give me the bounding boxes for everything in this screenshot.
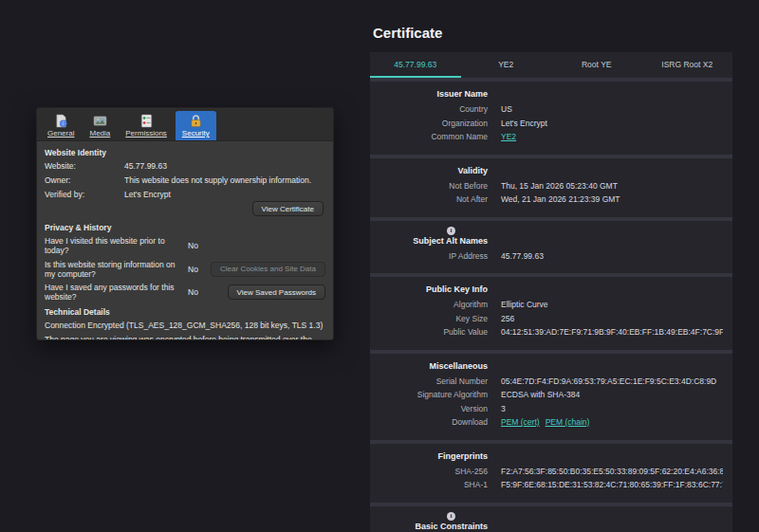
public-value-label: Public Value (370, 327, 488, 337)
cookies-question: Is this website storing information on m… (45, 260, 188, 279)
page-info-dialog: General Media Permissions Security Websi… (36, 107, 334, 340)
tab-security[interactable]: Security (176, 111, 216, 140)
website-identity-title: Website Identity (45, 148, 325, 157)
basic-constraints-heading: Basic Constraints (415, 522, 488, 531)
signature-algorithm-value: ECDSA with SHA-384 (501, 390, 723, 399)
tab-security-label: Security (182, 129, 210, 138)
organization-value: Let's Encrypt (501, 119, 723, 128)
issuer-name-heading: Issuer Name (370, 89, 488, 99)
visited-answer: No (188, 241, 231, 250)
website-label: Website: (45, 161, 124, 171)
clear-cookies-button[interactable]: Clear Cookies and Site Data (211, 262, 325, 277)
algorithm-label: Algorithm (370, 300, 488, 309)
media-image-icon (93, 114, 107, 128)
tab-permissions[interactable]: Permissions (119, 111, 174, 140)
not-after-value: Wed, 21 Jan 2026 21:23:39 GMT (501, 194, 723, 204)
tab-general[interactable]: General (41, 111, 81, 140)
owner-label: Owner: (45, 175, 124, 185)
verified-by-value: Let's Encrypt (124, 190, 171, 199)
miscellaneous-heading: Miscellaneous (370, 361, 488, 371)
sha256-value: F2:A7:56:3F:85:50:B0:35:E5:50:33:89:09:5… (501, 467, 723, 476)
key-size-value: 256 (501, 314, 723, 323)
cert-tab-leaf[interactable]: 45.77.99.63 (370, 52, 461, 78)
website-value: 45.77.99.63 (124, 161, 167, 171)
sha1-label: SHA-1 (370, 480, 488, 489)
visited-row: Have I visited this website prior to tod… (45, 236, 325, 255)
tech-line-encryption: Connection Encrypted (TLS_AES_128_GCM_SH… (45, 321, 325, 331)
section-miscellaneous: Miscellaneous Serial Number05:4E:7D:F4:F… (370, 354, 732, 440)
passwords-question: Have I saved any passwords for this webs… (45, 283, 188, 302)
verified-by-label: Verified by: (45, 190, 124, 199)
info-icon[interactable]: i (447, 227, 455, 235)
ip-address-value: 45.77.99.63 (501, 251, 723, 261)
section-issuer-name: Issuer Name CountryUS OrganizationLet's … (370, 82, 732, 155)
subject-alt-names-heading: Subject Alt Names (413, 236, 488, 246)
owner-row: Owner: This website does not supply owne… (45, 175, 325, 185)
passwords-row: Have I saved any passwords for this webs… (45, 283, 325, 302)
website-row: Website: 45.77.99.63 (45, 161, 325, 171)
cert-tab-intermediate[interactable]: YE2 (461, 52, 552, 78)
view-saved-passwords-button[interactable]: View Saved Passwords (228, 284, 325, 300)
validity-heading: Validity (370, 166, 488, 175)
privacy-history-title: Privacy & History (45, 223, 325, 232)
signature-algorithm-label: Signature Algorithm (370, 390, 488, 399)
not-after-label: Not After (370, 194, 488, 204)
key-size-label: Key Size (370, 314, 488, 323)
cert-tab-isrg-root[interactable]: ISRG Root X2 (642, 52, 733, 78)
visited-question: Have I visited this website prior to tod… (45, 236, 188, 255)
fingerprints-heading: Fingerprints (370, 451, 488, 461)
section-subject-alt-names: i Subject Alt Names IP Address45.77.99.6… (370, 221, 732, 274)
section-basic-constraints: i Basic Constraints Certificate Authorit… (370, 506, 732, 532)
pem-chain-link[interactable]: PEM (chain) (546, 417, 590, 427)
technical-details-title: Technical Details (45, 307, 325, 317)
passwords-answer: No (188, 287, 231, 297)
common-name-label: Common Name (370, 132, 488, 141)
cert-tab-root[interactable]: Root YE (551, 52, 642, 78)
lock-icon (189, 114, 203, 128)
certificate-viewer: Certificate 45.77.99.63 YE2 Root YE ISRG… (370, 0, 732, 532)
serial-number-value: 05:4E:7D:F4:FD:9A:69:53:79:A5:EC:1E:F9:5… (501, 376, 723, 386)
organization-label: Organization (370, 119, 488, 128)
ip-address-label: IP Address (370, 251, 488, 261)
page-globe-icon (54, 114, 68, 128)
tab-permissions-label: Permissions (125, 129, 167, 138)
owner-value: This website does not supply ownership i… (124, 175, 311, 185)
tab-general-label: General (47, 129, 74, 138)
public-key-info-heading: Public Key Info (370, 284, 488, 294)
not-before-value: Thu, 15 Jan 2026 05:23:40 GMT (501, 181, 723, 191)
sha256-label: SHA-256 (370, 467, 488, 476)
verified-by-row: Verified by: Let's Encrypt (45, 190, 325, 199)
tab-media[interactable]: Media (83, 111, 117, 140)
certificate-page-title: Certificate (373, 25, 732, 41)
pem-cert-link[interactable]: PEM (cert) (501, 417, 540, 427)
section-public-key-info: Public Key Info AlgorithmElliptic Curve … (370, 277, 732, 350)
common-name-link[interactable]: YE2 (501, 132, 516, 141)
section-validity: Validity Not BeforeThu, 15 Jan 2026 05:2… (370, 158, 732, 217)
sha1-value: F5:9F:6E:68:15:DE:31:53:82:4C:71:80:65:3… (501, 480, 723, 489)
certificate-chain-tabs: 45.77.99.63 YE2 Root YE ISRG Root X2 (370, 52, 732, 78)
algorithm-value: Elliptic Curve (501, 300, 723, 309)
permissions-list-icon (139, 114, 154, 128)
not-before-label: Not Before (370, 181, 488, 191)
page-info-tabbar: General Media Permissions Security (37, 108, 333, 141)
tech-line-page-encrypted: The page you are viewing was encrypted b… (45, 335, 325, 340)
public-value: 04:12:51:39:AD:7E:F9:71:9B:9F:40:EB:FF:1… (501, 327, 723, 337)
version-value: 3 (501, 404, 723, 413)
section-fingerprints: Fingerprints SHA-256F2:A7:56:3F:85:50:B0… (370, 444, 732, 503)
download-label: Download (370, 417, 488, 427)
country-value: US (501, 104, 723, 114)
view-certificate-button[interactable]: View Certificate (252, 201, 324, 216)
serial-number-label: Serial Number (370, 376, 488, 386)
info-icon[interactable]: i (447, 512, 455, 521)
version-label: Version (370, 404, 488, 413)
tab-media-label: Media (89, 129, 110, 138)
cookies-row: Is this website storing information on m… (45, 260, 325, 279)
country-label: Country (370, 104, 488, 114)
